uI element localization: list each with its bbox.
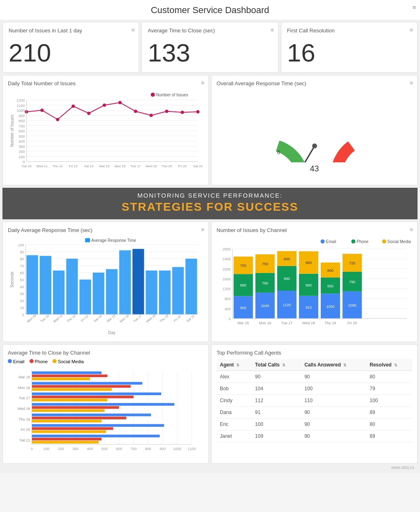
table-row: Cindy112110100 [217, 395, 412, 407]
svg-text:Sat 14: Sat 14 [84, 164, 94, 168]
svg-rect-218 [32, 409, 105, 412]
kpi-issues-label: Number of Issues in Last 1 day [9, 27, 133, 34]
hbar-legend-social: Social Media [52, 359, 84, 364]
svg-rect-94 [93, 273, 104, 314]
daily-issues-menu[interactable]: ≡ [201, 80, 204, 86]
kpi-fcr-menu[interactable]: ≡ [410, 27, 413, 33]
svg-rect-204 [32, 371, 102, 374]
kpi-avg-close-label: Average Time to Close (sec) [148, 27, 272, 34]
svg-text:900: 900 [240, 306, 247, 310]
svg-text:Mar 15: Mar 15 [99, 164, 110, 168]
table-row: Dana919089 [217, 407, 412, 419]
table-row: Alex909080 [217, 371, 412, 383]
svg-text:Average Response Time: Average Response Time [91, 238, 137, 243]
gauge-menu[interactable]: ≡ [410, 80, 413, 86]
svg-rect-86 [40, 256, 51, 314]
svg-rect-222 [32, 420, 102, 423]
watermark: www.ubiq.co [2, 464, 418, 471]
svg-text:600: 600 [284, 257, 290, 261]
daily-issues-title: Daily Total Number of Issues [8, 80, 203, 86]
svg-text:890: 890 [306, 283, 312, 287]
svg-text:2400: 2400 [222, 257, 231, 261]
overlay-banner: Monitoring Service Performance: Strategi… [2, 188, 418, 219]
svg-text:400: 400 [18, 139, 25, 143]
svg-text:0: 0 [22, 313, 24, 317]
svg-text:50: 50 [20, 278, 24, 282]
agents-title: Top Performing Call Agents [217, 350, 412, 356]
svg-text:900: 900 [18, 114, 25, 118]
svg-text:Fri 20: Fri 20 [347, 321, 357, 325]
overlay-subtitle: Monitoring Service Performance: [2, 192, 418, 199]
svg-text:10: 10 [20, 306, 24, 310]
svg-text:Seconds: Seconds [10, 272, 14, 288]
svg-text:Number of Issues: Number of Issues [156, 93, 188, 97]
svg-text:1120: 1120 [283, 303, 291, 307]
svg-text:100: 100 [43, 447, 49, 451]
col-answered[interactable]: Calls Answered ⇅ [301, 359, 366, 371]
svg-text:20: 20 [20, 299, 24, 303]
kpi-card-fcr: ≡ First Call Resolution 16 [281, 22, 418, 73]
svg-text:1000: 1000 [16, 109, 25, 113]
overlay-title: Strategies for Success [2, 200, 418, 214]
daily-avg-response-menu[interactable]: ≡ [201, 226, 204, 233]
svg-text:700: 700 [240, 264, 247, 268]
issues-by-channel-title: Number of Issues by Channel [217, 227, 412, 233]
svg-rect-205 [32, 375, 107, 378]
svg-text:Tue 17: Tue 17 [281, 321, 292, 325]
svg-text:1100: 1100 [16, 104, 25, 108]
svg-rect-102 [146, 271, 157, 314]
svg-text:0: 0 [228, 317, 231, 321]
svg-rect-100 [132, 249, 144, 314]
issues-by-channel-card: ≡ Number of Issues by Channel Email Phon… [211, 222, 418, 342]
svg-text:Mon 16: Mon 16 [114, 164, 126, 168]
svg-point-30 [41, 109, 44, 112]
issues-by-channel-menu[interactable]: ≡ [410, 226, 413, 233]
svg-text:Thu 19: Thu 19 [159, 314, 169, 323]
svg-rect-84 [27, 255, 38, 315]
svg-text:Thu 19: Thu 19 [162, 164, 172, 168]
kpi-issues-menu[interactable]: ≡ [131, 27, 135, 33]
svg-rect-209 [32, 385, 131, 388]
col-resolved[interactable]: Resolved ⇅ [366, 359, 412, 371]
svg-text:0: 0 [23, 160, 25, 164]
kpi-avg-close-menu[interactable]: ≡ [270, 27, 274, 33]
svg-point-115 [352, 239, 356, 243]
gauge-card: ≡ Overall Average Response Time (sec) 09… [211, 75, 418, 185]
svg-text:1100: 1100 [187, 447, 196, 451]
svg-text:Social Media: Social Media [388, 239, 411, 244]
svg-text:600: 600 [116, 447, 122, 451]
svg-text:200: 200 [18, 150, 25, 154]
svg-text:750: 750 [262, 262, 268, 266]
daily-avg-response-title: Daily Average Response Time (sec) [8, 227, 203, 233]
svg-text:Thu 19: Thu 19 [18, 417, 30, 421]
svg-text:400: 400 [224, 307, 231, 311]
gauge-chart: 090 43 [217, 90, 412, 180]
daily-issues-card: ≡ Daily Total Number of Issues Number of… [2, 75, 209, 185]
svg-text:Wed 18: Wed 18 [18, 407, 30, 411]
agents-card: ≡ Top Performing Call Agents Agent ⇅ Tot… [211, 344, 418, 464]
svg-text:910: 910 [306, 305, 312, 309]
svg-rect-108 [185, 259, 197, 314]
svg-text:2000: 2000 [222, 267, 231, 271]
kpi-issues-value: 210 [9, 38, 133, 66]
svg-point-35 [119, 101, 122, 104]
col-total[interactable]: Total Calls ⇅ [252, 359, 301, 371]
agents-menu[interactable]: ≡ [413, 4, 416, 11]
svg-text:Thu 19: Thu 19 [325, 321, 336, 325]
svg-rect-92 [80, 280, 91, 314]
svg-text:Mar 15: Mar 15 [106, 314, 116, 323]
svg-text:400: 400 [87, 447, 93, 451]
col-agent[interactable]: Agent ⇅ [217, 359, 252, 371]
svg-text:Phone: Phone [357, 239, 369, 244]
svg-text:100: 100 [18, 155, 25, 159]
svg-text:1600: 1600 [222, 277, 231, 281]
svg-rect-230 [32, 441, 99, 444]
svg-text:Email: Email [326, 239, 336, 244]
svg-rect-217 [32, 406, 119, 409]
avg-time-channel-card: ≡ Average Time to Close by Channel Email… [2, 344, 209, 464]
svg-text:Mon 16: Mon 16 [119, 314, 130, 323]
svg-text:60: 60 [20, 271, 24, 275]
svg-text:Mon 16: Mon 16 [259, 321, 271, 325]
svg-text:200: 200 [58, 447, 64, 451]
bottom-row: ≡ Average Time to Close by Channel Email… [2, 344, 418, 464]
